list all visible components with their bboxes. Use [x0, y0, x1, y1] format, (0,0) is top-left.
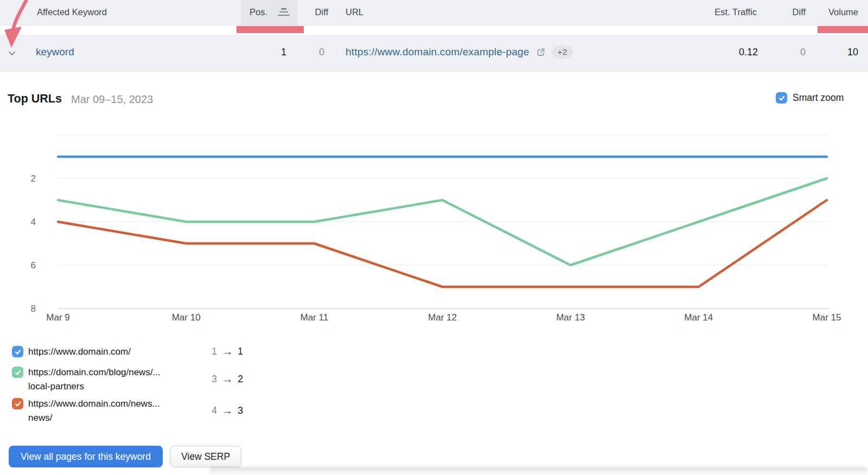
legend-checkbox-orange[interactable] [12, 398, 23, 409]
right-arrow-icon: → [222, 345, 233, 358]
date-range: Mar 09–15, 2023 [71, 93, 153, 106]
svg-text:Mar 12: Mar 12 [428, 312, 457, 323]
url-cell: https://www.domain.com/example-page +2 [346, 46, 573, 59]
keyword-top-urls-panel: Affected Keyword Pos. Diff URL Est. Traf… [0, 0, 868, 475]
svg-text:Mar 14: Mar 14 [684, 312, 713, 323]
legend-checkbox-blue[interactable] [12, 346, 23, 357]
column-header-est-traffic[interactable]: Est. Traffic [692, 7, 757, 17]
legend-url-label: https://www.domain.com/ [28, 345, 207, 359]
volume-column-highlight [818, 26, 868, 33]
smart-zoom-toggle[interactable]: Smart zoom [776, 92, 844, 104]
position-diff-value: 0 [297, 47, 324, 58]
url-link[interactable]: https://www.domain.com/example-page [346, 46, 529, 58]
column-header-url[interactable]: URL [346, 7, 363, 17]
column-header-diff-position[interactable]: Diff [304, 7, 328, 17]
svg-text:Mar 10: Mar 10 [172, 312, 201, 323]
annotation-arrow-icon [0, 0, 41, 60]
column-header-diff-traffic[interactable]: Diff [782, 7, 806, 17]
svg-text:Mar 11: Mar 11 [301, 312, 329, 323]
view-all-pages-button[interactable]: View all pages for this keyword [9, 446, 163, 467]
traffic-diff-value: 0 [778, 47, 806, 58]
view-serp-button[interactable]: View SERP [170, 446, 241, 467]
keyword-table-row: keyword 1 0 https://www.domain.com/examp… [0, 35, 868, 72]
positions-line-chart: 2468Mar 9Mar 10Mar 11Mar 12Mar 13Mar 14M… [0, 130, 868, 332]
svg-text:8: 8 [31, 304, 36, 314]
column-header-pos[interactable]: Pos. [241, 0, 297, 25]
section-title: Top URLs [8, 92, 62, 106]
legend-url-label: https://domain.com/blog/news/...local-pa… [28, 365, 207, 394]
svg-text:Mar 15: Mar 15 [813, 312, 841, 323]
legend-checkbox-green[interactable] [12, 367, 23, 378]
right-arrow-icon: → [222, 373, 233, 386]
sort-icon [278, 8, 290, 16]
table-header: Affected Keyword Pos. Diff URL Est. Traf… [0, 0, 868, 25]
svg-text:4: 4 [31, 217, 36, 227]
est-traffic-value: 0.12 [705, 47, 758, 58]
position-change: 3 → 2 [212, 373, 243, 386]
position-change: 4 → 3 [212, 405, 243, 417]
svg-text:2: 2 [31, 174, 36, 184]
right-arrow-icon: → [222, 405, 233, 417]
pos-column-highlight [237, 26, 304, 33]
column-header-volume[interactable]: Volume [815, 7, 858, 17]
pos-header-label: Pos. [250, 7, 267, 17]
more-urls-badge[interactable]: +2 [552, 46, 573, 59]
smart-zoom-checkbox[interactable] [776, 92, 787, 104]
column-header-affected-keyword[interactable]: Affected Keyword [37, 7, 107, 17]
svg-text:Mar 13: Mar 13 [556, 312, 585, 323]
position-change: 1 → 1 [212, 345, 243, 358]
svg-text:Mar 9: Mar 9 [46, 312, 69, 323]
legend-url-label: https://www.domain.com/news...news/ [28, 397, 207, 425]
external-link-icon[interactable] [535, 47, 546, 57]
action-buttons: View all pages for this keyword View SER… [9, 446, 241, 467]
volume-value: 10 [825, 47, 858, 58]
smart-zoom-label: Smart zoom [793, 92, 844, 104]
bottom-edge-shadow [209, 467, 868, 475]
svg-text:6: 6 [31, 260, 36, 271]
keyword-link[interactable]: keyword [36, 46, 74, 58]
position-value: 1 [254, 47, 286, 58]
